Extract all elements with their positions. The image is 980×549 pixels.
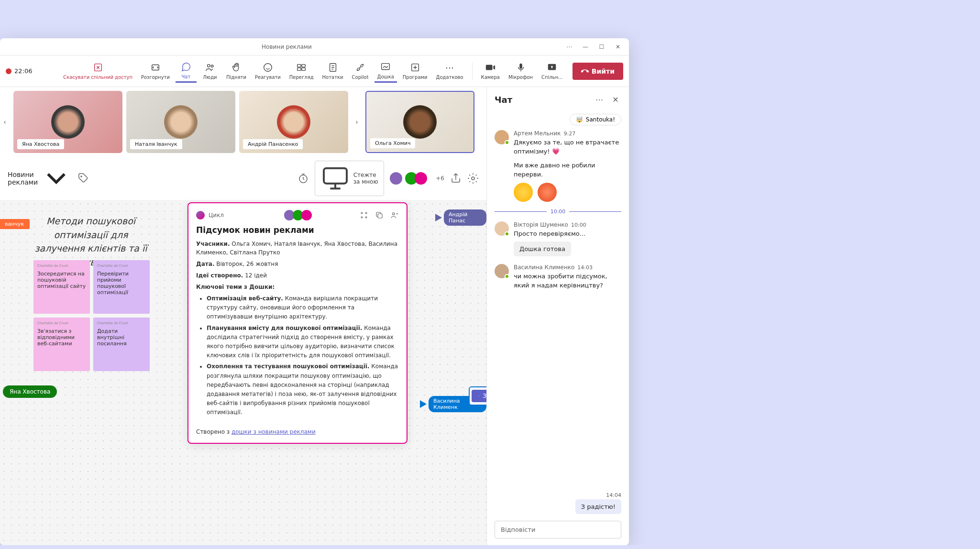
notes-button[interactable]: Нотатки [319, 60, 346, 82]
people-button[interactable]: Люди [199, 60, 220, 82]
video-prev-button[interactable]: ‹ [0, 112, 10, 132]
surprised-emoji-icon [538, 183, 557, 202]
participant-overflow[interactable]: +6 [436, 175, 444, 182]
sticky-note[interactable]: Charlotte de Crum Додати внутрішні посил… [93, 318, 150, 371]
loop-footer: Створено з дошки з новинами реклами [196, 424, 399, 435]
chat-icon [181, 62, 191, 72]
board-source-link[interactable]: дошки з новинами реклами [231, 428, 316, 435]
whiteboard-button[interactable]: Дошка [374, 60, 397, 83]
svg-rect-6 [302, 65, 305, 67]
chat-tab-button[interactable]: Чат [176, 60, 197, 83]
time-divider: 10:00 [495, 209, 621, 215]
more-dots-icon: ⋯ [444, 62, 455, 73]
close-icon[interactable]: ✕ [615, 44, 621, 50]
tag-icon[interactable] [77, 173, 89, 184]
apps-icon [410, 62, 420, 73]
chat-more-icon[interactable]: ⋯ [594, 94, 605, 105]
svg-rect-22 [378, 214, 382, 218]
share-board-icon[interactable] [450, 173, 462, 184]
cancel-share-button[interactable]: Скасувати спільний доступ [60, 60, 135, 82]
chat-close-icon[interactable]: ✕ [610, 94, 621, 105]
svg-point-3 [211, 65, 213, 67]
svg-rect-5 [297, 65, 301, 67]
more-button[interactable]: ⋯ Додатково [433, 60, 466, 82]
avatar [495, 130, 509, 144]
avatar [415, 172, 427, 185]
phone-hangup-icon [581, 67, 589, 75]
svg-point-17 [472, 177, 474, 180]
notes-icon [328, 62, 338, 73]
svg-point-14 [81, 176, 82, 177]
timer-icon[interactable] [297, 173, 309, 184]
titlebar: Новини реклами ⋯ — ☐ ✕ [0, 38, 629, 55]
chat-message: Вікторія Шуменко10:00 Просто перевіряємо… [495, 221, 621, 256]
avatar[interactable] [390, 172, 402, 185]
settings-icon[interactable] [467, 173, 479, 184]
recording-time: 22:06 [14, 67, 32, 75]
loop-title: Підсумок новин реклами [196, 225, 399, 235]
sticky-note[interactable]: Charlotte de Crum Перевірити прийоми пош… [93, 260, 150, 314]
leave-button[interactable]: Вийти [573, 63, 623, 80]
sticky-note[interactable]: Charlotte de Crum Зв'язатися з відповідн… [33, 318, 90, 371]
chat-bubble: Дошка готова [514, 242, 571, 256]
video-tile[interactable]: Наталя Іванчук [126, 91, 235, 153]
whiteboard-header: Новини реклами Стежте за мною [0, 157, 486, 200]
share-button[interactable]: Спільн... [539, 60, 566, 82]
follow-me-button[interactable]: Стежте за мною [315, 161, 385, 196]
whiteboard-canvas[interactable]: ванчук Методи пошукової оптимізації для … [0, 200, 486, 545]
people-icon [205, 62, 215, 73]
video-tile-active[interactable]: Ольга Хомич [365, 91, 474, 153]
minimize-icon[interactable]: — [582, 44, 589, 50]
svg-point-18 [361, 212, 363, 214]
video-tile[interactable]: Андрій Панасенко [239, 91, 348, 153]
raise-hand-button[interactable]: Підняти [223, 60, 249, 82]
window-controls: ⋯ — ☐ ✕ [566, 44, 621, 50]
meeting-toolbar: 22:06 Скасувати спільний доступ Розгорну… [0, 55, 629, 87]
check-icon [478, 395, 480, 396]
record-dot-icon [6, 68, 11, 74]
svg-rect-8 [302, 68, 305, 71]
svg-point-2 [207, 65, 210, 67]
camera-button[interactable]: Камера [478, 60, 503, 82]
expand-icon [150, 62, 161, 73]
svg-rect-7 [297, 68, 301, 71]
view-button[interactable]: Перегляд [286, 60, 317, 82]
loop-topics-label: Ключові теми з Дошки: [196, 283, 399, 291]
copy-icon[interactable] [375, 211, 384, 220]
emoji-reactions [514, 183, 621, 202]
emoji-icon [263, 62, 273, 73]
loop-component[interactable]: Цикл Підсумок новин реклами [187, 202, 407, 444]
chat-messages[interactable]: Артем Мельник9:27 Дякуємо за те, що не в… [487, 130, 629, 489]
avatar-stack[interactable] [408, 172, 427, 185]
react-button[interactable]: Реагувати [252, 60, 284, 82]
chat-message: Артем Мельник9:27 Дякуємо за те, що не в… [495, 130, 621, 202]
apps-button[interactable]: Програми [400, 60, 430, 82]
own-message: 14:04 З радістю! [575, 492, 621, 514]
board-title-dropdown[interactable]: Новини реклами [8, 162, 73, 195]
chevron-down-icon [40, 162, 73, 195]
presentation-icon [320, 163, 351, 194]
remote-cursor: Андрій Панас [435, 209, 486, 226]
cancel-share-icon [93, 62, 103, 73]
sticky-note[interactable]: Charlotte de Crum Зосередитися на пошуко… [33, 260, 90, 314]
svg-rect-12 [519, 64, 522, 69]
apps-grid-icon[interactable] [360, 211, 368, 220]
user-tag: ванчук [0, 219, 30, 229]
svg-point-23 [393, 213, 395, 215]
video-next-button[interactable]: › [352, 112, 362, 132]
window-title: Новини реклами [8, 44, 566, 50]
expand-button[interactable]: Розгорнути [138, 60, 173, 82]
reply-input[interactable]: Відповісти [495, 521, 621, 538]
maximize-icon[interactable]: ☐ [598, 44, 605, 50]
mic-button[interactable]: Мікрофон [506, 60, 536, 82]
copilot-icon [355, 62, 365, 73]
video-tile[interactable]: Яна Хвостова [13, 91, 122, 153]
copilot-button[interactable]: Copilot [349, 60, 372, 82]
laugh-emoji-icon [514, 183, 533, 202]
save-button[interactable]: Зберегти [472, 390, 486, 402]
loop-ideas: Ідеї створено. 12 ідей [196, 271, 399, 280]
share-people-icon[interactable] [390, 211, 399, 220]
svg-rect-16 [324, 168, 347, 184]
more-icon[interactable]: ⋯ [566, 44, 573, 50]
avatar [495, 264, 509, 278]
